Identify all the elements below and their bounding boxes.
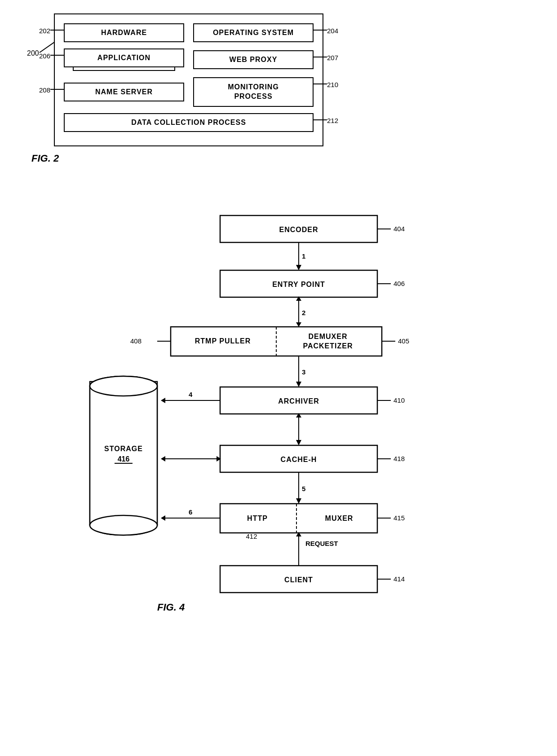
svg-text:CLIENT: CLIENT bbox=[284, 576, 313, 584]
ref-210: 210 bbox=[327, 81, 338, 88]
svg-text:RTMP PULLER: RTMP PULLER bbox=[195, 337, 251, 345]
svg-text:ENCODER: ENCODER bbox=[279, 226, 318, 233]
svg-text:5: 5 bbox=[302, 485, 305, 492]
fig2-caption: FIG. 2 bbox=[31, 153, 59, 164]
svg-text:DEMUXER: DEMUXER bbox=[308, 333, 347, 340]
fig2-row-1: 202 HARDWARE OPERATING SYSTEM 204 bbox=[64, 23, 314, 42]
svg-text:CACHE-H: CACHE-H bbox=[281, 456, 317, 463]
svg-marker-42 bbox=[161, 456, 165, 462]
svg-point-70 bbox=[90, 515, 157, 535]
svg-text:408: 408 bbox=[130, 337, 141, 345]
svg-text:6: 6 bbox=[189, 508, 192, 516]
svg-text:HTTP: HTTP bbox=[247, 514, 268, 522]
svg-text:STORAGE: STORAGE bbox=[104, 445, 143, 453]
svg-text:415: 415 bbox=[393, 514, 405, 522]
os-block: OPERATING SYSTEM bbox=[193, 23, 314, 42]
svg-marker-32 bbox=[161, 398, 165, 403]
ref-202: 202 bbox=[39, 27, 50, 35]
svg-text:418: 418 bbox=[393, 455, 405, 462]
svg-marker-25 bbox=[296, 382, 301, 387]
page: 200 202 HARDWARE OPERATING SYSTEM 204 bbox=[0, 0, 557, 756]
svg-marker-12 bbox=[296, 322, 301, 327]
fig2-row-2: 206 APPLICATION WEB PROXY 207 bbox=[64, 48, 314, 71]
svg-rect-67 bbox=[90, 386, 157, 525]
ref-207: 207 bbox=[327, 54, 338, 62]
svg-text:404: 404 bbox=[393, 225, 405, 233]
datacollection-block: DATA COLLECTION PROCESS bbox=[64, 113, 314, 132]
svg-marker-36 bbox=[296, 413, 301, 418]
svg-text:405: 405 bbox=[398, 337, 409, 345]
ref-206: 206 bbox=[39, 52, 50, 60]
svg-rect-27 bbox=[220, 387, 377, 414]
ref-200: 200 bbox=[27, 49, 39, 57]
svg-text:ARCHIVER: ARCHIVER bbox=[278, 397, 319, 405]
application-block: APPLICATION bbox=[64, 48, 184, 67]
webproxy-block: WEB PROXY bbox=[193, 50, 314, 69]
svg-marker-43 bbox=[217, 456, 221, 462]
svg-rect-37 bbox=[220, 445, 377, 472]
fig2-outer-box: 202 HARDWARE OPERATING SYSTEM 204 206 AP… bbox=[54, 13, 323, 146]
fig4-svg: ENCODER 404 1 ENTRY POINT 406 2 bbox=[0, 207, 557, 745]
svg-rect-47 bbox=[220, 504, 377, 533]
fig2-row-3: 208 NAME SERVER MONITORINGPROCESS 210 bbox=[64, 77, 314, 107]
svg-rect-15 bbox=[171, 327, 382, 356]
svg-rect-7 bbox=[220, 270, 377, 297]
fig2-row-4: DATA COLLECTION PROCESS 212 bbox=[64, 113, 314, 132]
svg-text:416: 416 bbox=[118, 455, 130, 463]
svg-point-66 bbox=[90, 515, 157, 535]
svg-text:REQUEST: REQUEST bbox=[305, 540, 338, 547]
ref-204: 204 bbox=[327, 27, 338, 35]
fig2-diagram: 200 202 HARDWARE OPERATING SYSTEM 204 bbox=[27, 13, 319, 146]
svg-marker-45 bbox=[296, 498, 301, 504]
svg-rect-60 bbox=[220, 566, 377, 593]
svg-text:406: 406 bbox=[393, 280, 405, 287]
svg-text:ENTRY POINT: ENTRY POINT bbox=[272, 281, 325, 288]
svg-rect-64 bbox=[90, 382, 157, 525]
svg-text:412: 412 bbox=[246, 532, 257, 540]
ref-204-line bbox=[314, 30, 327, 31]
svg-marker-35 bbox=[296, 440, 301, 445]
svg-point-65 bbox=[90, 376, 157, 396]
svg-text:PACKETIZER: PACKETIZER bbox=[303, 342, 353, 350]
svg-text:FIG. 4: FIG. 4 bbox=[157, 602, 185, 613]
svg-text:414: 414 bbox=[393, 575, 405, 583]
svg-marker-59 bbox=[296, 532, 301, 536]
svg-marker-55 bbox=[161, 515, 165, 521]
svg-text:410: 410 bbox=[393, 396, 405, 404]
svg-text:1: 1 bbox=[302, 252, 305, 260]
nameserver-block: NAME SERVER bbox=[64, 83, 184, 101]
svg-text:MUXER: MUXER bbox=[325, 514, 354, 522]
ref-208: 208 bbox=[39, 86, 50, 94]
svg-rect-0 bbox=[220, 215, 377, 242]
ref-212: 212 bbox=[327, 117, 338, 124]
fig4-diagram: ENCODER 404 1 ENTRY POINT 406 2 bbox=[0, 207, 557, 745]
svg-marker-5 bbox=[296, 265, 301, 270]
svg-text:2: 2 bbox=[302, 309, 305, 316]
svg-marker-13 bbox=[296, 296, 301, 301]
hardware-block: HARDWARE bbox=[64, 23, 184, 42]
svg-point-71 bbox=[90, 376, 157, 396]
svg-text:3: 3 bbox=[302, 368, 305, 376]
ref-202-line bbox=[50, 30, 64, 31]
svg-text:4: 4 bbox=[189, 391, 193, 398]
monitoring-block: MONITORINGPROCESS bbox=[193, 77, 314, 107]
